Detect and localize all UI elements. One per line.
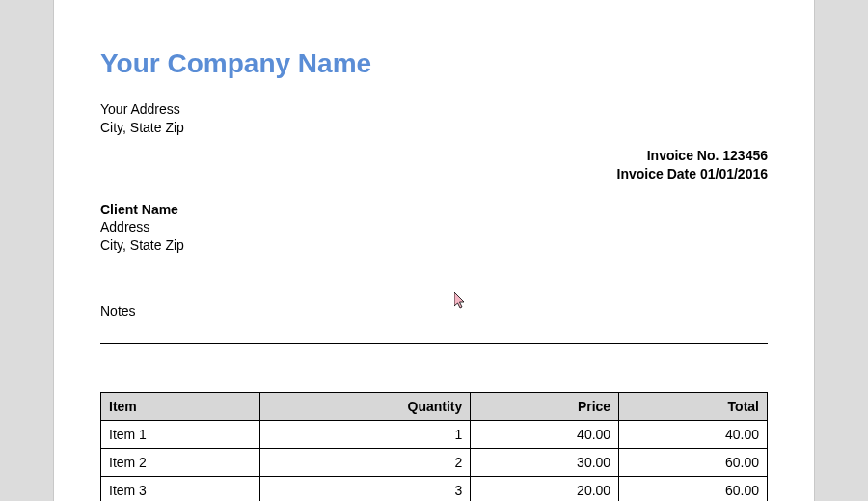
header-item: Item <box>101 393 260 421</box>
invoice-number: 123456 <box>722 148 768 163</box>
company-address: Your Address City, State Zip <box>100 100 768 137</box>
items-header-row: Item Quantity Price Total <box>101 393 768 421</box>
client-name: Client Name <box>100 201 768 219</box>
cell-price: 40.00 <box>471 421 619 449</box>
company-name: Your Company Name <box>100 48 768 79</box>
client-block: Client Name Address City, State Zip <box>100 201 768 256</box>
header-quantity: Quantity <box>260 393 471 421</box>
cell-total: 60.00 <box>619 477 768 501</box>
cell-quantity: 1 <box>260 421 471 449</box>
table-row: Item 3 3 20.00 60.00 <box>101 477 768 501</box>
header-total: Total <box>619 393 768 421</box>
invoice-page: Your Company Name Your Address City, Sta… <box>53 0 815 501</box>
table-row: Item 1 1 40.00 40.00 <box>101 421 768 449</box>
company-address-line2: City, State Zip <box>100 119 768 137</box>
cell-item: Item 1 <box>101 421 260 449</box>
invoice-date-label: Invoice Date <box>617 166 696 181</box>
client-address-line2: City, State Zip <box>100 237 768 255</box>
cell-quantity: 3 <box>260 477 471 501</box>
notes-label: Notes <box>100 303 768 344</box>
cell-total: 40.00 <box>619 421 768 449</box>
items-table: Item Quantity Price Total Item 1 1 40.00… <box>100 392 768 501</box>
invoice-number-line: Invoice No. 123456 <box>100 147 768 165</box>
cell-quantity: 2 <box>260 449 471 477</box>
cell-item: Item 2 <box>101 449 260 477</box>
cell-price: 30.00 <box>471 449 619 477</box>
table-row: Item 2 2 30.00 60.00 <box>101 449 768 477</box>
client-address-line1: Address <box>100 218 768 237</box>
invoice-date: 01/01/2016 <box>700 166 768 181</box>
header-price: Price <box>471 393 619 421</box>
company-address-line1: Your Address <box>100 100 768 119</box>
cell-price: 20.00 <box>471 477 619 501</box>
invoice-date-line: Invoice Date 01/01/2016 <box>100 165 768 183</box>
cell-total: 60.00 <box>619 449 768 477</box>
invoice-number-label: Invoice No. <box>647 148 719 163</box>
cell-item: Item 3 <box>101 477 260 501</box>
invoice-meta: Invoice No. 123456 Invoice Date 01/01/20… <box>100 147 768 183</box>
